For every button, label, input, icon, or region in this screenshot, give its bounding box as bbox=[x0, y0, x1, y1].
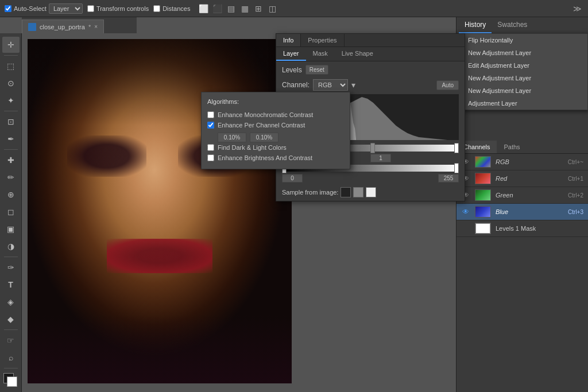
lasso-tool-btn[interactable]: ⊙ bbox=[2, 75, 20, 91]
history-item-new-adj-1[interactable]: New Adjustment Layer bbox=[460, 46, 587, 59]
magic-wand-tool-btn[interactable]: ✦ bbox=[2, 92, 20, 108]
algo-checkbox-2[interactable] bbox=[207, 122, 214, 129]
sample-grey-swatch[interactable] bbox=[353, 187, 363, 197]
input-mid-handle[interactable] bbox=[370, 143, 375, 153]
channel-label: Channel: bbox=[282, 81, 310, 89]
algo-item-4[interactable]: Enhance Brightness And Contrast bbox=[207, 153, 344, 163]
history-tab[interactable]: History bbox=[459, 17, 492, 33]
hand-tool-btn[interactable]: ☞ bbox=[2, 332, 20, 348]
warp-btn[interactable]: ◫ bbox=[266, 2, 278, 15]
right-panel-tabs: History Swatches bbox=[457, 17, 588, 34]
portrait-image bbox=[28, 39, 292, 383]
dodge-tool-btn[interactable]: ◑ bbox=[2, 238, 20, 254]
channel-select[interactable]: RGB Red Green Blue bbox=[313, 79, 348, 91]
channel-red-row[interactable]: 👁 Red Ctrl+1 bbox=[457, 170, 588, 187]
levels-header-row: Levels Reset bbox=[276, 61, 465, 78]
history-item-adj[interactable]: Adjustment Layer bbox=[460, 97, 587, 110]
left-eye-shadow bbox=[67, 135, 146, 177]
channels-header: Channels Paths bbox=[457, 141, 588, 154]
levels-mask-row[interactable]: Levels 1 Mask bbox=[457, 220, 588, 237]
right-panels: History Swatches Flip Horizontally New A… bbox=[456, 17, 588, 392]
output-high-value[interactable] bbox=[438, 174, 459, 183]
transform-btn[interactable]: ⊞ bbox=[252, 2, 265, 15]
left-toolbar: ✛ ⬚ ⊙ ✦ ⊡ ✒ ✚ ✏ ⊕ ◻ ▣ ◑ ✑ T ◈ ◆ ☞ ⌕ bbox=[0, 33, 22, 392]
levels-reset-btn[interactable]: Reset bbox=[305, 65, 328, 75]
tool-separator-5 bbox=[4, 329, 18, 330]
distances-checkbox[interactable] bbox=[153, 5, 160, 12]
props-tab-properties[interactable]: Properties bbox=[301, 34, 344, 46]
props-subtab-layer[interactable]: Layer bbox=[276, 47, 306, 61]
align-center-btn[interactable]: ⬛ bbox=[211, 2, 223, 15]
swatches-tab[interactable]: Swatches bbox=[492, 17, 533, 33]
tab-close-btn[interactable]: × bbox=[94, 24, 98, 30]
type-tool-btn[interactable]: T bbox=[2, 277, 20, 293]
algo-item-1[interactable]: Enhance Monochromatic Contrast bbox=[207, 110, 344, 120]
gradient-tool-btn[interactable]: ▣ bbox=[2, 221, 20, 237]
input-mid-value[interactable] bbox=[370, 154, 391, 162]
marquee-tool-btn[interactable]: ⬚ bbox=[2, 58, 20, 74]
layer-select[interactable]: Layer Group bbox=[49, 3, 83, 14]
brush-tool-btn[interactable]: ✏ bbox=[2, 169, 20, 185]
channel-green-row[interactable]: 👁 Green Ctrl+2 bbox=[457, 187, 588, 204]
shape-tool-btn[interactable]: ◆ bbox=[2, 311, 20, 327]
props-subtab-liveshape[interactable]: Live Shape bbox=[335, 47, 380, 61]
transform-controls-checkbox[interactable] bbox=[87, 5, 94, 12]
tab-filename: close_up_portra bbox=[40, 24, 85, 30]
channel-blue-eye[interactable]: 👁 bbox=[461, 207, 470, 216]
channel-rgb-row[interactable]: 👁 RGB Ctrl+~ bbox=[457, 154, 588, 170]
history-item-flip[interactable]: Flip Horizontally bbox=[460, 34, 587, 46]
tool-separator-3 bbox=[4, 149, 18, 150]
props-tab-info[interactable]: Info bbox=[276, 34, 301, 46]
channel-blue-label: Blue bbox=[496, 208, 508, 215]
channels-paths-panel: Channels Paths 👁 RGB Ctrl+~ 👁 Red Ctrl+1… bbox=[457, 141, 588, 392]
sample-row: Sample from image: bbox=[276, 184, 465, 201]
history-item-new-adj-3[interactable]: New Adjustment Layer bbox=[460, 84, 587, 97]
algo-pct-left[interactable] bbox=[218, 133, 246, 142]
tab-icon bbox=[28, 23, 36, 31]
heal-tool-btn[interactable]: ✚ bbox=[2, 152, 20, 168]
bottom-shadow bbox=[28, 315, 292, 383]
crop-tool-btn[interactable]: ⊡ bbox=[2, 114, 20, 130]
eraser-tool-btn[interactable]: ◻ bbox=[2, 204, 20, 220]
history-item-new-adj-2[interactable]: New Adjustment Layer bbox=[460, 72, 587, 84]
input-white-handle[interactable] bbox=[454, 143, 459, 153]
algorithms-popup: Algorithms: Enhance Monochromatic Contra… bbox=[201, 92, 350, 169]
channel-red-shortcut: Ctrl+1 bbox=[568, 176, 583, 182]
channel-blue-row[interactable]: 👁 Blue Ctrl+3 bbox=[457, 204, 588, 220]
expand-panel-btn[interactable]: ≫ bbox=[571, 2, 583, 15]
paths-tab[interactable]: Paths bbox=[497, 141, 527, 153]
eyedropper-tool-btn[interactable]: ✒ bbox=[2, 131, 20, 147]
auto-select-group: Auto-Select Layer Group bbox=[5, 3, 83, 14]
sample-white-swatch[interactable] bbox=[366, 187, 376, 197]
channel-dropdown-icon[interactable]: ▾ bbox=[351, 80, 355, 90]
channel-rgb-thumb bbox=[475, 156, 491, 168]
algo-checkbox-3[interactable] bbox=[207, 144, 214, 151]
path-select-tool-btn[interactable]: ◈ bbox=[2, 294, 20, 310]
pen-tool-btn[interactable]: ✑ bbox=[2, 259, 20, 275]
stamp-tool-btn[interactable]: ⊕ bbox=[2, 187, 20, 203]
zoom-tool-btn[interactable]: ⌕ bbox=[2, 350, 20, 366]
align-left-btn[interactable]: ⬜ bbox=[197, 2, 210, 15]
align-right-btn[interactable]: ▤ bbox=[225, 2, 237, 15]
algo-checkbox-4[interactable] bbox=[207, 154, 214, 161]
algo-item-2[interactable]: Enhance Per Channel Contrast bbox=[207, 120, 344, 130]
auto-select-checkbox[interactable] bbox=[5, 5, 11, 12]
document-tab[interactable]: close_up_portra * × bbox=[22, 20, 104, 33]
levels-mask-label: Levels 1 Mask bbox=[496, 225, 536, 232]
algo-item-3[interactable]: Find Dark & Light Colors bbox=[207, 142, 344, 153]
algo-checkbox-1[interactable] bbox=[207, 111, 214, 118]
tool-separator-2 bbox=[4, 111, 18, 111]
output-values bbox=[276, 173, 465, 184]
algo-label-4: Enhance Brightness And Contrast bbox=[218, 154, 312, 161]
algo-pct-right[interactable] bbox=[250, 133, 278, 142]
auto-btn[interactable]: Auto bbox=[436, 80, 459, 90]
distribute-btn[interactable]: ▦ bbox=[238, 2, 251, 15]
history-item-edit-adj[interactable]: Edit Adjustment Layer bbox=[460, 59, 587, 72]
output-low-value[interactable] bbox=[282, 174, 303, 183]
foreground-color[interactable] bbox=[3, 373, 18, 388]
props-subtab-mask[interactable]: Mask bbox=[306, 47, 335, 61]
output-white-handle[interactable] bbox=[454, 163, 459, 173]
distances-group: Distances bbox=[153, 5, 190, 12]
move-tool-btn[interactable]: ✛ bbox=[2, 37, 20, 53]
sample-black-swatch[interactable] bbox=[341, 187, 351, 197]
